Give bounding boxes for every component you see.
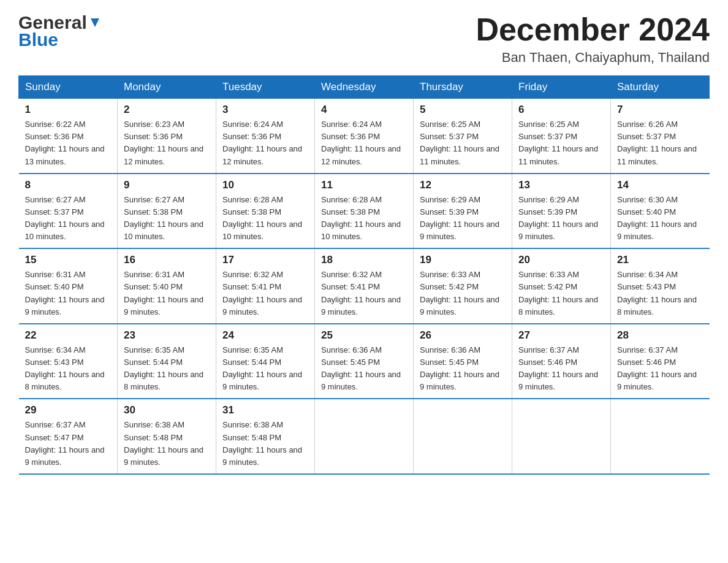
day-cell: 29 Sunrise: 6:37 AMSunset: 5:47 PMDaylig… xyxy=(19,399,118,474)
week-row-3: 15 Sunrise: 6:31 AMSunset: 5:40 PMDaylig… xyxy=(19,248,710,324)
header-cell-thursday: Thursday xyxy=(414,76,512,99)
page-header: General Blue December 2024 Ban Thaen, Ch… xyxy=(18,12,710,66)
day-cell: 3 Sunrise: 6:24 AMSunset: 5:36 PMDayligh… xyxy=(216,99,315,174)
day-info: Sunrise: 6:23 AMSunset: 5:36 PMDaylight:… xyxy=(124,120,203,166)
day-cell: 6 Sunrise: 6:25 AMSunset: 5:37 PMDayligh… xyxy=(512,99,611,174)
day-cell: 5 Sunrise: 6:25 AMSunset: 5:37 PMDayligh… xyxy=(414,99,512,174)
day-number: 28 xyxy=(617,329,703,342)
day-cell: 31 Sunrise: 6:38 AMSunset: 5:48 PMDaylig… xyxy=(216,399,315,474)
header-cell-tuesday: Tuesday xyxy=(216,76,315,99)
day-info: Sunrise: 6:37 AMSunset: 5:47 PMDaylight:… xyxy=(25,420,105,466)
day-info: Sunrise: 6:25 AMSunset: 5:37 PMDaylight:… xyxy=(518,120,598,166)
day-cell: 27 Sunrise: 6:37 AMSunset: 5:46 PMDaylig… xyxy=(512,324,611,399)
day-number: 11 xyxy=(321,179,407,191)
day-number: 25 xyxy=(321,329,407,342)
day-info: Sunrise: 6:31 AMSunset: 5:40 PMDaylight:… xyxy=(25,270,105,316)
week-row-4: 22 Sunrise: 6:34 AMSunset: 5:43 PMDaylig… xyxy=(19,324,710,399)
day-info: Sunrise: 6:33 AMSunset: 5:42 PMDaylight:… xyxy=(518,270,598,316)
day-cell: 21 Sunrise: 6:34 AMSunset: 5:43 PMDaylig… xyxy=(611,248,710,324)
header-row: SundayMondayTuesdayWednesdayThursdayFrid… xyxy=(19,76,710,99)
day-info: Sunrise: 6:38 AMSunset: 5:48 PMDaylight:… xyxy=(222,420,302,466)
day-cell: 20 Sunrise: 6:33 AMSunset: 5:42 PMDaylig… xyxy=(512,248,611,324)
day-number: 20 xyxy=(518,254,604,266)
day-cell: 30 Sunrise: 6:38 AMSunset: 5:48 PMDaylig… xyxy=(118,399,216,474)
day-cell: 25 Sunrise: 6:36 AMSunset: 5:45 PMDaylig… xyxy=(315,324,414,399)
day-number: 5 xyxy=(420,104,506,116)
day-info: Sunrise: 6:31 AMSunset: 5:40 PMDaylight:… xyxy=(124,270,203,316)
day-number: 18 xyxy=(321,254,407,266)
day-info: Sunrise: 6:26 AMSunset: 5:37 PMDaylight:… xyxy=(617,120,697,166)
day-cell: 19 Sunrise: 6:33 AMSunset: 5:42 PMDaylig… xyxy=(414,248,512,324)
day-number: 7 xyxy=(617,104,703,116)
calendar-body: 1 Sunrise: 6:22 AMSunset: 5:36 PMDayligh… xyxy=(19,99,710,474)
logo-triangle-icon xyxy=(88,16,102,29)
day-number: 13 xyxy=(518,179,604,191)
day-number: 23 xyxy=(124,329,210,342)
day-number: 30 xyxy=(124,404,210,416)
day-cell: 15 Sunrise: 6:31 AMSunset: 5:40 PMDaylig… xyxy=(19,248,118,324)
day-cell: 26 Sunrise: 6:36 AMSunset: 5:45 PMDaylig… xyxy=(414,324,512,399)
day-info: Sunrise: 6:36 AMSunset: 5:45 PMDaylight:… xyxy=(321,345,401,391)
day-cell: 28 Sunrise: 6:37 AMSunset: 5:46 PMDaylig… xyxy=(611,324,710,399)
day-number: 16 xyxy=(124,254,210,266)
day-info: Sunrise: 6:29 AMSunset: 5:39 PMDaylight:… xyxy=(518,195,598,241)
day-info: Sunrise: 6:36 AMSunset: 5:45 PMDaylight:… xyxy=(420,345,499,391)
day-info: Sunrise: 6:24 AMSunset: 5:36 PMDaylight:… xyxy=(222,120,302,166)
day-cell: 18 Sunrise: 6:32 AMSunset: 5:41 PMDaylig… xyxy=(315,248,414,324)
header-cell-sunday: Sunday xyxy=(19,76,118,99)
header-cell-monday: Monday xyxy=(118,76,216,99)
day-number: 24 xyxy=(222,329,308,342)
logo: General Blue xyxy=(18,12,102,50)
day-cell: 1 Sunrise: 6:22 AMSunset: 5:36 PMDayligh… xyxy=(19,99,118,174)
day-info: Sunrise: 6:34 AMSunset: 5:43 PMDaylight:… xyxy=(617,270,697,316)
week-row-1: 1 Sunrise: 6:22 AMSunset: 5:36 PMDayligh… xyxy=(19,99,710,174)
day-cell: 23 Sunrise: 6:35 AMSunset: 5:44 PMDaylig… xyxy=(118,324,216,399)
logo-blue: Blue xyxy=(18,29,58,50)
day-info: Sunrise: 6:34 AMSunset: 5:43 PMDaylight:… xyxy=(25,345,105,391)
day-number: 27 xyxy=(518,329,604,342)
day-info: Sunrise: 6:29 AMSunset: 5:39 PMDaylight:… xyxy=(420,195,499,241)
day-cell xyxy=(611,399,710,474)
day-cell: 14 Sunrise: 6:30 AMSunset: 5:40 PMDaylig… xyxy=(611,174,710,249)
day-info: Sunrise: 6:33 AMSunset: 5:42 PMDaylight:… xyxy=(420,270,499,316)
svg-marker-0 xyxy=(91,18,99,27)
day-number: 8 xyxy=(25,179,112,191)
day-info: Sunrise: 6:27 AMSunset: 5:38 PMDaylight:… xyxy=(124,195,203,241)
day-info: Sunrise: 6:25 AMSunset: 5:37 PMDaylight:… xyxy=(420,120,499,166)
day-number: 17 xyxy=(222,254,308,266)
day-number: 9 xyxy=(124,179,210,191)
month-title: December 2024 xyxy=(476,12,710,47)
day-info: Sunrise: 6:38 AMSunset: 5:48 PMDaylight:… xyxy=(124,420,203,466)
day-number: 21 xyxy=(617,254,703,266)
day-info: Sunrise: 6:27 AMSunset: 5:37 PMDaylight:… xyxy=(25,195,105,241)
day-info: Sunrise: 6:32 AMSunset: 5:41 PMDaylight:… xyxy=(222,270,302,316)
day-info: Sunrise: 6:37 AMSunset: 5:46 PMDaylight:… xyxy=(617,345,697,391)
day-cell: 2 Sunrise: 6:23 AMSunset: 5:36 PMDayligh… xyxy=(118,99,216,174)
day-info: Sunrise: 6:30 AMSunset: 5:40 PMDaylight:… xyxy=(617,195,697,241)
day-info: Sunrise: 6:32 AMSunset: 5:41 PMDaylight:… xyxy=(321,270,401,316)
header-cell-saturday: Saturday xyxy=(611,76,710,99)
day-number: 26 xyxy=(420,329,506,342)
calendar-table: SundayMondayTuesdayWednesdayThursdayFrid… xyxy=(18,75,710,475)
day-number: 10 xyxy=(222,179,308,191)
day-cell: 13 Sunrise: 6:29 AMSunset: 5:39 PMDaylig… xyxy=(512,174,611,249)
day-info: Sunrise: 6:22 AMSunset: 5:36 PMDaylight:… xyxy=(25,120,105,166)
day-cell: 9 Sunrise: 6:27 AMSunset: 5:38 PMDayligh… xyxy=(118,174,216,249)
day-cell: 22 Sunrise: 6:34 AMSunset: 5:43 PMDaylig… xyxy=(19,324,118,399)
day-number: 19 xyxy=(420,254,506,266)
day-cell: 10 Sunrise: 6:28 AMSunset: 5:38 PMDaylig… xyxy=(216,174,315,249)
day-info: Sunrise: 6:28 AMSunset: 5:38 PMDaylight:… xyxy=(222,195,302,241)
day-number: 14 xyxy=(617,179,703,191)
day-info: Sunrise: 6:37 AMSunset: 5:46 PMDaylight:… xyxy=(518,345,598,391)
day-cell xyxy=(512,399,611,474)
header-cell-friday: Friday xyxy=(512,76,611,99)
day-cell xyxy=(414,399,512,474)
day-number: 12 xyxy=(420,179,506,191)
day-number: 31 xyxy=(222,404,308,416)
day-number: 29 xyxy=(25,404,112,416)
day-cell: 12 Sunrise: 6:29 AMSunset: 5:39 PMDaylig… xyxy=(414,174,512,249)
title-block: December 2024 Ban Thaen, Chaiyaphum, Tha… xyxy=(476,12,710,66)
week-row-5: 29 Sunrise: 6:37 AMSunset: 5:47 PMDaylig… xyxy=(19,399,710,474)
day-info: Sunrise: 6:28 AMSunset: 5:38 PMDaylight:… xyxy=(321,195,401,241)
day-cell: 11 Sunrise: 6:28 AMSunset: 5:38 PMDaylig… xyxy=(315,174,414,249)
